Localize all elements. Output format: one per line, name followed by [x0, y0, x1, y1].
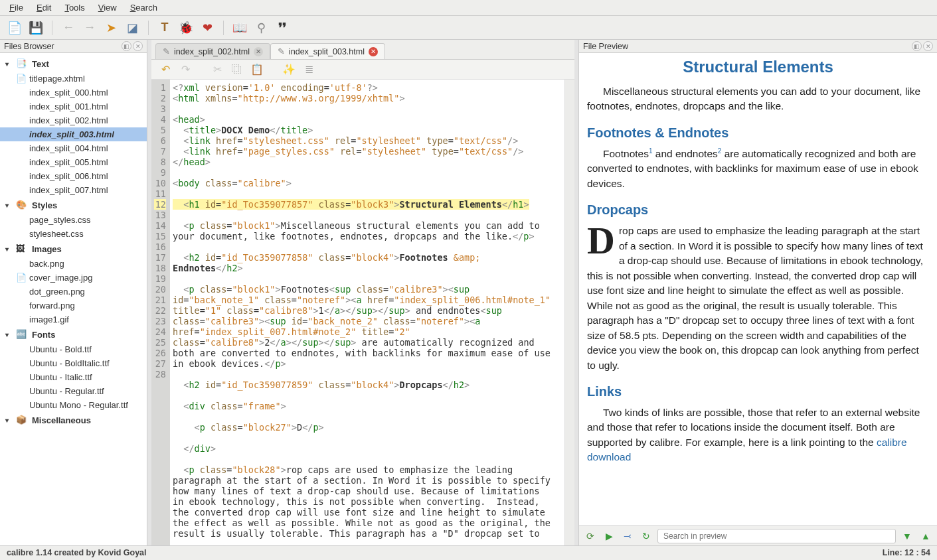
file-item[interactable]: Ubuntu Mono - Regular.ttf: [0, 398, 147, 412]
preview-h2c: Links: [587, 382, 929, 401]
category-images[interactable]: 🖼 Images: [0, 241, 147, 257]
detach-icon[interactable]: ◧: [122, 41, 131, 51]
refresh-icon[interactable]: ↻: [639, 529, 653, 543]
preview-body[interactable]: Structural Elements Miscellaneous struct…: [579, 53, 937, 525]
file-item[interactable]: forward.png: [0, 299, 147, 313]
close-preview-icon[interactable]: ✕: [923, 41, 933, 51]
menu-edit[interactable]: Edit: [31, 1, 56, 14]
paste-icon[interactable]: 📋: [250, 62, 264, 77]
check-icon[interactable]: ◪: [124, 20, 140, 36]
file-item[interactable]: Ubuntu - Regular.ttf: [0, 384, 147, 398]
pointer-icon[interactable]: ➤: [103, 20, 119, 36]
file-item[interactable]: dot_green.png: [0, 285, 147, 299]
quote-icon[interactable]: ❜❜: [274, 20, 290, 36]
new-file-icon[interactable]: 📄: [7, 20, 23, 36]
files-browser-panel: Files Browser ◧✕ 📑 Text📄titlepage.xhtmli…: [0, 40, 147, 545]
person-icon[interactable]: ⚲: [253, 20, 269, 36]
close-panel-icon[interactable]: ✕: [133, 41, 143, 51]
editor-tab[interactable]: ✎index_split_002.html✕: [155, 43, 270, 59]
file-item[interactable]: 📄cover_image.jpg: [0, 271, 147, 285]
file-item[interactable]: stylesheet.css: [0, 227, 147, 241]
tab-close-icon[interactable]: ✕: [369, 47, 378, 56]
preview-p4: Two kinds of links are possible, those t…: [587, 405, 929, 465]
file-item[interactable]: Ubuntu - BoldItalic.ttf: [0, 356, 147, 370]
preview-h1: Structural Elements: [587, 56, 929, 79]
editor-toolbar: ↶ ↷ ✂ ⿻ 📋 ✨ ≣: [151, 60, 574, 80]
undo-icon[interactable]: ↶: [158, 62, 173, 77]
file-preview-title: File Preview ◧✕: [579, 40, 937, 53]
file-item[interactable]: index_split_006.html: [0, 169, 147, 183]
file-item[interactable]: back.png: [0, 257, 147, 271]
editor-scrollbar[interactable]: [564, 80, 574, 545]
search-down-icon[interactable]: ▼: [900, 529, 914, 543]
text-icon[interactable]: T: [157, 20, 173, 36]
preview-p2: Footnotes1 and endnotes2 are automatical…: [587, 147, 929, 192]
menu-view[interactable]: View: [93, 1, 122, 14]
heart-icon[interactable]: ❤: [199, 20, 215, 36]
menu-search[interactable]: Search: [125, 1, 163, 14]
category-styles[interactable]: 🎨 Styles: [0, 197, 147, 213]
preview-h2b: Dropcaps: [587, 200, 929, 220]
code-editor[interactable]: 1234567891011121314151617181920212223242…: [151, 80, 574, 545]
tab-close-icon[interactable]: ✕: [254, 47, 263, 56]
file-item[interactable]: index_split_004.html: [0, 141, 147, 155]
prettify-icon[interactable]: ✨: [282, 62, 296, 77]
category-text[interactable]: 📑 Text: [0, 56, 147, 72]
copy-icon[interactable]: ⿻: [230, 62, 244, 77]
bug-icon[interactable]: 🐞: [178, 20, 194, 36]
preview-toolbar: ⟳ ▶ ⤙ ↻ ▼ ▲: [579, 525, 937, 545]
editor-tab[interactable]: ✎index_split_003.html✕: [270, 43, 385, 59]
back-icon[interactable]: ←: [60, 20, 76, 36]
list-icon[interactable]: ≣: [301, 62, 316, 77]
search-up-icon[interactable]: ▲: [918, 529, 933, 543]
split-icon[interactable]: ⤙: [620, 529, 635, 543]
file-item[interactable]: index_split_003.html: [0, 127, 147, 141]
sync-icon[interactable]: ⟳: [583, 529, 598, 543]
play-icon[interactable]: ▶: [602, 529, 616, 543]
toolbar: 📄 💾 ← → ➤ ◪ T 🐞 ❤ 📖 ⚲ ❜❜: [0, 16, 937, 40]
cut-icon[interactable]: ✂: [210, 62, 224, 77]
file-item[interactable]: image1.gif: [0, 313, 147, 326]
statusbar: calibre 1.14 created by Kovid Goyal Line…: [0, 545, 937, 560]
preview-p3: Drop caps are used to emphasize the lead…: [587, 224, 929, 373]
category-fonts[interactable]: 🔤 Fonts: [0, 326, 147, 342]
file-item[interactable]: index_split_001.html: [0, 100, 147, 113]
status-right: Line: 12 : 54: [883, 548, 930, 558]
file-item[interactable]: 📄titlepage.xhtml: [0, 72, 147, 86]
editor-tabs: ✎index_split_002.html✕✎index_split_003.h…: [151, 40, 574, 60]
menubar: File Edit Tools View Search: [0, 0, 937, 16]
file-item[interactable]: index_split_007.html: [0, 183, 147, 197]
forward-icon[interactable]: →: [82, 20, 98, 36]
file-preview-panel: File Preview ◧✕ Structural Elements Misc…: [578, 40, 937, 545]
menu-file[interactable]: File: [4, 1, 29, 14]
file-item[interactable]: Ubuntu - Italic.ttf: [0, 370, 147, 384]
category-miscellaneous[interactable]: 📦 Miscellaneous: [0, 412, 147, 428]
save-icon[interactable]: 💾: [28, 20, 44, 36]
file-item[interactable]: index_split_000.html: [0, 86, 147, 100]
files-browser-title: Files Browser ◧✕: [0, 40, 147, 53]
file-item[interactable]: index_split_005.html: [0, 155, 147, 169]
redo-icon[interactable]: ↷: [178, 62, 193, 77]
editor-area: ✎index_split_002.html✕✎index_split_003.h…: [151, 40, 574, 545]
preview-p1: Miscellaneous structural elements you ca…: [587, 84, 929, 114]
line-gutter: 1234567891011121314151617181920212223242…: [151, 80, 170, 545]
code-area[interactable]: <?xml version='1.0' encoding='utf-8'?> <…: [170, 80, 564, 545]
status-left: calibre 1.14 created by Kovid Goyal: [7, 548, 147, 558]
preview-h2a: Footnotes & Endnotes: [587, 123, 929, 143]
file-item[interactable]: Ubuntu - Bold.ttf: [0, 342, 147, 356]
book-icon[interactable]: 📖: [232, 20, 248, 36]
preview-search-input[interactable]: [657, 529, 896, 543]
menu-tools[interactable]: Tools: [59, 1, 90, 14]
detach-preview-icon[interactable]: ◧: [912, 41, 922, 51]
file-item[interactable]: page_styles.css: [0, 213, 147, 227]
file-item[interactable]: index_split_002.html: [0, 113, 147, 127]
files-browser-body[interactable]: 📑 Text📄titlepage.xhtmlindex_split_000.ht…: [0, 53, 147, 545]
